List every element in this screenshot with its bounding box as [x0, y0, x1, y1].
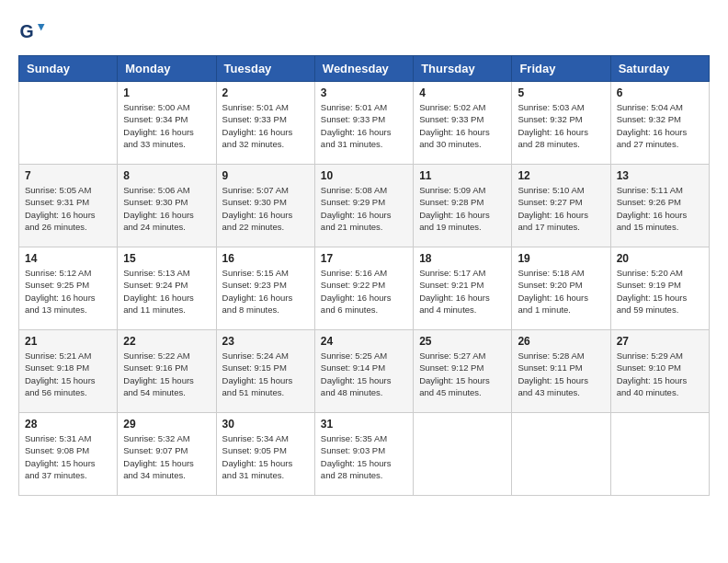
calendar-cell: 15Sunrise: 5:13 AM Sunset: 9:24 PM Dayli… — [118, 247, 216, 330]
day-info: Sunrise: 5:17 AM Sunset: 9:21 PM Dayligh… — [419, 267, 506, 316]
day-info: Sunrise: 5:25 AM Sunset: 9:14 PM Dayligh… — [321, 350, 407, 398]
day-number: 24 — [321, 335, 407, 348]
day-number: 6 — [617, 86, 703, 99]
calendar-cell — [512, 413, 610, 496]
day-number: 8 — [123, 169, 210, 182]
day-info: Sunrise: 5:00 AM Sunset: 9:34 PM Dayligh… — [123, 101, 210, 150]
day-info: Sunrise: 5:09 AM Sunset: 9:28 PM Dayligh… — [419, 184, 506, 233]
day-number: 21 — [25, 335, 111, 348]
calendar-cell: 7Sunrise: 5:05 AM Sunset: 9:31 PM Daylig… — [19, 165, 118, 247]
day-number: 31 — [321, 418, 407, 431]
day-number: 10 — [321, 169, 407, 182]
day-number: 26 — [518, 335, 604, 348]
calendar-week-row: 14Sunrise: 5:12 AM Sunset: 9:25 PM Dayli… — [19, 247, 710, 330]
calendar-cell: 8Sunrise: 5:06 AM Sunset: 9:30 PM Daylig… — [118, 165, 216, 247]
day-number: 29 — [123, 418, 210, 431]
calendar-cell: 21Sunrise: 5:21 AM Sunset: 9:18 PM Dayli… — [19, 330, 118, 413]
calendar-header-sunday: Sunday — [19, 56, 118, 82]
calendar-cell: 2Sunrise: 5:01 AM Sunset: 9:33 PM Daylig… — [216, 82, 314, 165]
day-info: Sunrise: 5:35 AM Sunset: 9:03 PM Dayligh… — [321, 432, 407, 481]
calendar-cell — [19, 82, 118, 165]
day-info: Sunrise: 5:20 AM Sunset: 9:19 PM Dayligh… — [617, 267, 703, 316]
day-number: 1 — [123, 86, 210, 99]
calendar-table: SundayMondayTuesdayWednesdayThursdayFrid… — [18, 55, 710, 496]
day-info: Sunrise: 5:29 AM Sunset: 9:10 PM Dayligh… — [617, 350, 703, 398]
header: G — [18, 18, 710, 46]
day-number: 17 — [321, 252, 407, 265]
day-number: 20 — [617, 252, 703, 265]
calendar-week-row: 21Sunrise: 5:21 AM Sunset: 9:18 PM Dayli… — [19, 330, 710, 413]
calendar-cell: 28Sunrise: 5:31 AM Sunset: 9:08 PM Dayli… — [19, 413, 118, 496]
day-info: Sunrise: 5:13 AM Sunset: 9:24 PM Dayligh… — [123, 267, 210, 316]
calendar-cell: 9Sunrise: 5:07 AM Sunset: 9:30 PM Daylig… — [216, 165, 314, 247]
day-number: 27 — [617, 335, 703, 348]
day-info: Sunrise: 5:28 AM Sunset: 9:11 PM Dayligh… — [518, 350, 604, 398]
day-number: 12 — [518, 169, 604, 182]
calendar-header-tuesday: Tuesday — [216, 56, 314, 82]
calendar-cell: 29Sunrise: 5:32 AM Sunset: 9:07 PM Dayli… — [118, 413, 216, 496]
day-info: Sunrise: 5:01 AM Sunset: 9:33 PM Dayligh… — [321, 101, 407, 150]
day-info: Sunrise: 5:15 AM Sunset: 9:23 PM Dayligh… — [222, 267, 309, 316]
day-info: Sunrise: 5:06 AM Sunset: 9:30 PM Dayligh… — [123, 184, 210, 233]
day-number: 7 — [25, 169, 111, 182]
logo: G — [18, 18, 50, 46]
day-info: Sunrise: 5:03 AM Sunset: 9:32 PM Dayligh… — [518, 101, 604, 150]
day-info: Sunrise: 5:31 AM Sunset: 9:08 PM Dayligh… — [25, 432, 111, 481]
calendar-cell: 11Sunrise: 5:09 AM Sunset: 9:28 PM Dayli… — [414, 165, 512, 247]
calendar-cell: 6Sunrise: 5:04 AM Sunset: 9:32 PM Daylig… — [610, 82, 709, 165]
day-number: 28 — [25, 418, 111, 431]
calendar-header-monday: Monday — [118, 56, 216, 82]
day-number: 15 — [123, 252, 210, 265]
calendar-cell: 3Sunrise: 5:01 AM Sunset: 9:33 PM Daylig… — [314, 82, 413, 165]
day-info: Sunrise: 5:16 AM Sunset: 9:22 PM Dayligh… — [321, 267, 407, 316]
day-info: Sunrise: 5:08 AM Sunset: 9:29 PM Dayligh… — [321, 184, 407, 233]
page-container: G SundayMondayTuesdayWednesdayThursdayFr… — [18, 18, 710, 496]
calendar-header-saturday: Saturday — [610, 56, 709, 82]
calendar-cell: 12Sunrise: 5:10 AM Sunset: 9:27 PM Dayli… — [512, 165, 610, 247]
day-info: Sunrise: 5:22 AM Sunset: 9:16 PM Dayligh… — [123, 350, 210, 398]
day-info: Sunrise: 5:11 AM Sunset: 9:26 PM Dayligh… — [617, 184, 703, 233]
day-number: 16 — [222, 252, 309, 265]
calendar-cell: 26Sunrise: 5:28 AM Sunset: 9:11 PM Dayli… — [512, 330, 610, 413]
day-info: Sunrise: 5:18 AM Sunset: 9:20 PM Dayligh… — [518, 267, 604, 316]
day-number: 23 — [222, 335, 309, 348]
day-number: 18 — [419, 252, 506, 265]
calendar-header-wednesday: Wednesday — [314, 56, 413, 82]
day-info: Sunrise: 5:10 AM Sunset: 9:27 PM Dayligh… — [518, 184, 604, 233]
day-info: Sunrise: 5:12 AM Sunset: 9:25 PM Dayligh… — [25, 267, 111, 316]
calendar-week-row: 28Sunrise: 5:31 AM Sunset: 9:08 PM Dayli… — [19, 413, 710, 496]
day-info: Sunrise: 5:32 AM Sunset: 9:07 PM Dayligh… — [123, 432, 210, 481]
day-number: 19 — [518, 252, 604, 265]
day-info: Sunrise: 5:34 AM Sunset: 9:05 PM Dayligh… — [222, 432, 309, 481]
day-number: 9 — [222, 169, 309, 182]
svg-text:G: G — [20, 21, 34, 41]
day-number: 25 — [419, 335, 506, 348]
day-number: 11 — [419, 169, 506, 182]
calendar-cell: 30Sunrise: 5:34 AM Sunset: 9:05 PM Dayli… — [216, 413, 314, 496]
calendar-cell: 1Sunrise: 5:00 AM Sunset: 9:34 PM Daylig… — [118, 82, 216, 165]
day-info: Sunrise: 5:01 AM Sunset: 9:33 PM Dayligh… — [222, 101, 309, 150]
svg-marker-1 — [38, 24, 45, 31]
calendar-cell: 22Sunrise: 5:22 AM Sunset: 9:16 PM Dayli… — [118, 330, 216, 413]
day-info: Sunrise: 5:04 AM Sunset: 9:32 PM Dayligh… — [617, 101, 703, 150]
day-number: 22 — [123, 335, 210, 348]
day-number: 30 — [222, 418, 309, 431]
calendar-cell — [414, 413, 512, 496]
calendar-cell: 24Sunrise: 5:25 AM Sunset: 9:14 PM Dayli… — [314, 330, 413, 413]
calendar-cell: 23Sunrise: 5:24 AM Sunset: 9:15 PM Dayli… — [216, 330, 314, 413]
calendar-cell: 18Sunrise: 5:17 AM Sunset: 9:21 PM Dayli… — [414, 247, 512, 330]
calendar-cell: 16Sunrise: 5:15 AM Sunset: 9:23 PM Dayli… — [216, 247, 314, 330]
calendar-header-thursday: Thursday — [414, 56, 512, 82]
calendar-week-row: 1Sunrise: 5:00 AM Sunset: 9:34 PM Daylig… — [19, 82, 710, 165]
calendar-cell: 4Sunrise: 5:02 AM Sunset: 9:33 PM Daylig… — [414, 82, 512, 165]
calendar-cell: 13Sunrise: 5:11 AM Sunset: 9:26 PM Dayli… — [610, 165, 709, 247]
day-info: Sunrise: 5:27 AM Sunset: 9:12 PM Dayligh… — [419, 350, 506, 398]
day-info: Sunrise: 5:21 AM Sunset: 9:18 PM Dayligh… — [25, 350, 111, 398]
calendar-cell: 31Sunrise: 5:35 AM Sunset: 9:03 PM Dayli… — [314, 413, 413, 496]
calendar-cell: 10Sunrise: 5:08 AM Sunset: 9:29 PM Dayli… — [314, 165, 413, 247]
calendar-cell: 19Sunrise: 5:18 AM Sunset: 9:20 PM Dayli… — [512, 247, 610, 330]
day-info: Sunrise: 5:02 AM Sunset: 9:33 PM Dayligh… — [419, 101, 506, 150]
calendar-cell: 25Sunrise: 5:27 AM Sunset: 9:12 PM Dayli… — [414, 330, 512, 413]
day-info: Sunrise: 5:24 AM Sunset: 9:15 PM Dayligh… — [222, 350, 309, 398]
calendar-cell: 5Sunrise: 5:03 AM Sunset: 9:32 PM Daylig… — [512, 82, 610, 165]
